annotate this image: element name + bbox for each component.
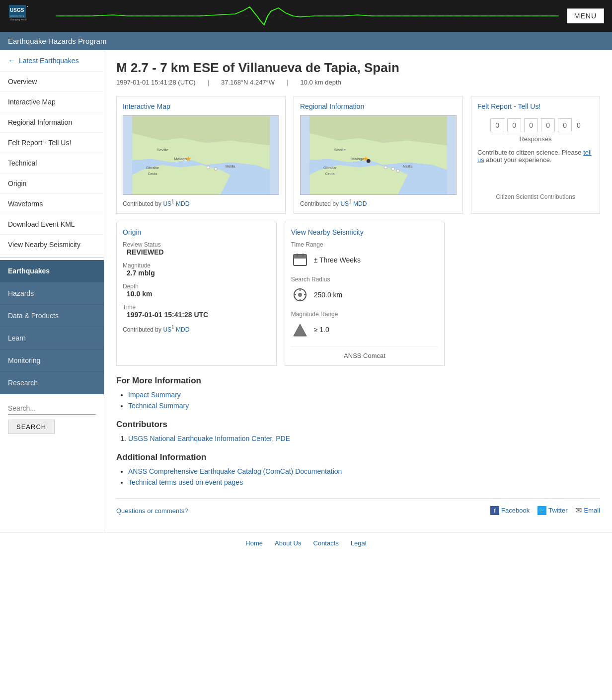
sidebar-main-earthquakes[interactable]: Earthquakes bbox=[0, 260, 104, 282]
regional-contributor-us-link[interactable]: US bbox=[340, 200, 349, 207]
contributor-us-link[interactable]: US bbox=[163, 200, 171, 207]
sidebar-main-monitoring[interactable]: Monitoring bbox=[0, 350, 104, 372]
nearby-seismicity-card: View Nearby Seismicity Time Range ± Thre… bbox=[285, 222, 445, 366]
magnitude-value: 2.7 mblg bbox=[123, 269, 270, 277]
time-value: 1997-01-01 15:41:28 UTC bbox=[123, 311, 270, 319]
contributors-list: USGS National Earthquake Information Cen… bbox=[116, 435, 600, 442]
menu-button[interactable]: MENU bbox=[567, 8, 604, 23]
time-range-label: Time Range bbox=[291, 241, 439, 248]
depth-label: Depth bbox=[123, 283, 270, 290]
sidebar-item-interactive-map[interactable]: Interactive Map bbox=[0, 92, 104, 112]
sidebar-main-nav: Earthquakes Hazards Data & Products Lear… bbox=[0, 260, 104, 394]
contributor-mdd-link[interactable]: MDD bbox=[176, 200, 189, 207]
footer-contacts-link[interactable]: Contacts bbox=[313, 539, 339, 547]
sidebar-back-link[interactable]: ← Latest Earthquakes bbox=[0, 50, 104, 72]
sidebar-sub-nav: Overview Interactive Map Regional Inform… bbox=[0, 72, 104, 255]
sidebar-search: SEARCH bbox=[0, 394, 104, 442]
svg-point-33 bbox=[384, 166, 387, 169]
interactive-map-footer: Contributed by US1 MDD bbox=[123, 199, 279, 207]
magnitude-label: Magnitude bbox=[123, 262, 270, 269]
for-more-info-section: For More Information Impact Summary Tech… bbox=[116, 376, 600, 410]
felt-num-6: 0 bbox=[575, 121, 581, 129]
search-input[interactable] bbox=[8, 402, 96, 415]
felt-num-3: 0 bbox=[524, 118, 538, 132]
search-button[interactable]: SEARCH bbox=[8, 420, 55, 434]
origin-mdd-link[interactable]: MDD bbox=[176, 326, 189, 333]
program-name: Earthquake Hazards Program bbox=[8, 37, 106, 45]
footer-social: f Facebook 🐦 Twitter ✉ Email bbox=[490, 506, 600, 515]
contributors-title: Contributors bbox=[116, 420, 600, 430]
svg-marker-46 bbox=[294, 324, 306, 336]
back-arrow-icon: ← bbox=[8, 56, 16, 65]
facebook-link[interactable]: f Facebook bbox=[490, 506, 530, 515]
felt-report-link[interactable]: Felt Report - Tell Us! bbox=[477, 102, 594, 110]
svg-point-35 bbox=[396, 170, 399, 173]
sidebar-item-view-nearby[interactable]: View Nearby Seismicity bbox=[0, 235, 104, 255]
nearby-seismicity-link[interactable]: View Nearby Seismicity bbox=[291, 228, 439, 236]
origin-link[interactable]: Origin bbox=[123, 228, 270, 236]
cards-row-1: Interactive Map Seville Málaga bbox=[116, 96, 600, 214]
comcat-docs-link[interactable]: ANSS Comprehensive Earthquake Catalog (C… bbox=[128, 467, 342, 475]
interactive-map-link[interactable]: Interactive Map bbox=[123, 102, 279, 110]
depth-value: 10.0 km bbox=[123, 290, 270, 298]
event-depth: 10.0 km depth bbox=[300, 79, 347, 86]
usgs-neic-link[interactable]: USGS National Earthquake Information Cen… bbox=[128, 435, 290, 442]
tell-us-link[interactable]: tell us bbox=[477, 149, 592, 164]
technical-summary-link[interactable]: Technical Summary bbox=[128, 402, 189, 410]
header-waveform bbox=[56, 4, 559, 28]
sidebar-item-regional-information[interactable]: Regional Information bbox=[0, 112, 104, 133]
origin-footer: Contributed by US1 MDD bbox=[123, 325, 270, 333]
magnitude-range-value: ≥ 1.0 bbox=[314, 326, 329, 334]
nearby-footer: ANSS Comcat bbox=[291, 347, 439, 359]
felt-report-card: Felt Report - Tell Us! 0 0 0 0 0 0 Respo… bbox=[471, 96, 600, 214]
additional-info-links: ANSS Comprehensive Earthquake Catalog (C… bbox=[116, 467, 600, 486]
main-content: M 2.7 - 7 km ESE of Villanueva de Tapia,… bbox=[104, 50, 612, 532]
site-footer: Home About Us Contacts Legal bbox=[0, 532, 612, 554]
event-coordinates: 37.168°N 4.247°W bbox=[221, 79, 281, 86]
sidebar-main-hazards[interactable]: Hazards bbox=[0, 282, 104, 305]
sidebar-main-learn[interactable]: Learn bbox=[0, 327, 104, 350]
sidebar-main-research[interactable]: Research bbox=[0, 372, 104, 394]
magnitude-icon bbox=[291, 321, 309, 339]
svg-text:Seville: Seville bbox=[334, 148, 346, 152]
sidebar-item-felt-report[interactable]: Felt Report - Tell Us! bbox=[0, 133, 104, 153]
svg-point-34 bbox=[391, 168, 394, 171]
sidebar-main-data-products[interactable]: Data & Products bbox=[0, 305, 104, 327]
technical-terms-link[interactable]: Technical terms used on event pages bbox=[128, 478, 243, 486]
sidebar-item-waveforms[interactable]: Waveforms bbox=[0, 194, 104, 214]
depth-field: Depth 10.0 km bbox=[123, 283, 270, 298]
svg-point-20 bbox=[214, 168, 217, 171]
magnitude-range-label: Magnitude Range bbox=[291, 311, 439, 318]
usgs-logo: USGS science for a changing world bbox=[8, 4, 48, 28]
spacer bbox=[453, 222, 600, 366]
time-range-row: ± Three Weeks bbox=[291, 251, 439, 269]
site-header: USGS science for a changing world MENU E… bbox=[0, 0, 612, 50]
list-item: Impact Summary bbox=[128, 391, 600, 399]
regional-info-card: Regional Information Seville Málaga Gibr… bbox=[294, 96, 463, 214]
sidebar-item-download-kml[interactable]: Download Event KML bbox=[0, 214, 104, 235]
felt-num-4: 0 bbox=[541, 118, 555, 132]
svg-text:Ceuta: Ceuta bbox=[148, 172, 157, 175]
felt-responses-label: Responses bbox=[477, 135, 594, 143]
footer-about-link[interactable]: About Us bbox=[275, 539, 301, 547]
header-logo: USGS science for a changing world bbox=[8, 4, 48, 28]
svg-text:Gibraltar: Gibraltar bbox=[146, 166, 159, 170]
event-datetime: 1997-01-01 15:41:28 (UTC) bbox=[116, 79, 202, 86]
twitter-link[interactable]: 🐦 Twitter bbox=[537, 506, 567, 515]
svg-text:★: ★ bbox=[185, 155, 192, 163]
regional-info-link[interactable]: Regional Information bbox=[300, 102, 457, 110]
sidebar-item-technical[interactable]: Technical bbox=[0, 153, 104, 174]
impact-summary-link[interactable]: Impact Summary bbox=[128, 391, 181, 399]
footer-legal-link[interactable]: Legal bbox=[351, 539, 367, 547]
svg-point-32 bbox=[367, 159, 371, 163]
footer-home-link[interactable]: Home bbox=[245, 539, 263, 547]
regional-contributor-mdd-link[interactable]: MDD bbox=[353, 200, 367, 207]
email-link[interactable]: ✉ Email bbox=[575, 506, 600, 515]
page-meta: 1997-01-01 15:41:28 (UTC) | 37.168°N 4.2… bbox=[116, 79, 600, 86]
feedback-link[interactable]: Questions or comments? bbox=[116, 507, 188, 515]
review-status-value: REVIEWED bbox=[123, 248, 270, 256]
sidebar-item-overview[interactable]: Overview bbox=[0, 72, 104, 92]
list-item: Technical terms used on event pages bbox=[128, 478, 600, 486]
origin-us-link[interactable]: US bbox=[163, 326, 171, 333]
sidebar-item-origin[interactable]: Origin bbox=[0, 174, 104, 194]
